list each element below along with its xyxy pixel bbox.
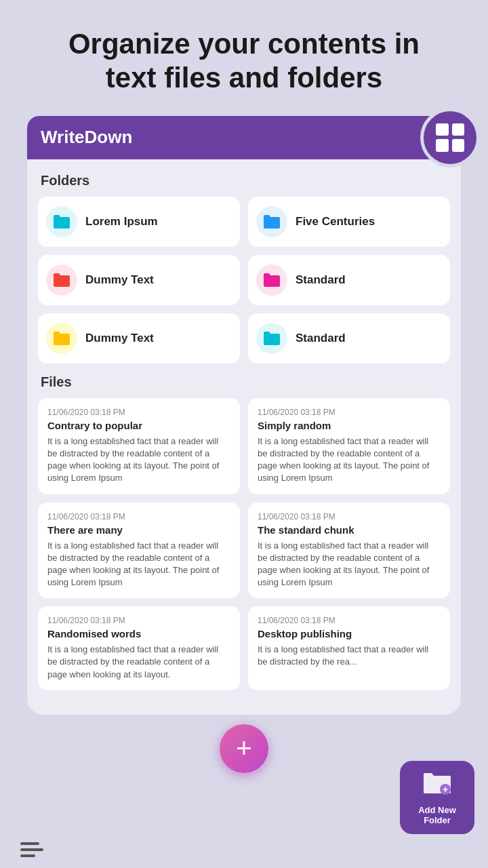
file-excerpt: It is a long established fact that a rea… [47, 540, 230, 589]
folder-item[interactable]: Lorem Ipsum [38, 197, 240, 247]
hamburger-line [20, 842, 39, 845]
folder-icon [46, 264, 77, 296]
file-title: Desktop publishing [258, 628, 441, 639]
file-timestamp: 11/06/2020 03:18 PM [258, 616, 441, 625]
file-title: Randomised words [47, 628, 230, 639]
file-timestamp: 11/06/2020 03:18 PM [258, 408, 441, 417]
file-excerpt: It is a long established fact that a rea… [47, 435, 230, 485]
hamburger-line [20, 854, 35, 857]
folder-name: Standard [296, 332, 346, 345]
app-content: Folders Lorem Ipsum Five Centuries [27, 159, 461, 701]
file-title: Contrary to popular [47, 420, 230, 431]
folder-name: Dummy Text [85, 273, 154, 287]
folder-name: Standard [296, 273, 346, 287]
folder-item[interactable]: Standard [248, 313, 450, 363]
folder-icon [256, 206, 287, 237]
file-excerpt: It is a long established fact that a rea… [258, 540, 441, 589]
grid-view-button[interactable] [420, 108, 480, 167]
svg-text:+: + [443, 784, 448, 795]
folder-icon [256, 323, 287, 354]
folder-name: Lorem Ipsum [85, 215, 158, 229]
grid-icon [436, 123, 464, 152]
bottom-navigation [0, 831, 488, 868]
file-card[interactable]: 11/06/2020 03:18 PM Simply random It is … [248, 398, 450, 494]
file-card[interactable]: 11/06/2020 03:18 PM Randomised words It … [38, 606, 240, 690]
files-grid: 11/06/2020 03:18 PM Contrary to popular … [38, 398, 450, 690]
folder-item[interactable]: Dummy Text [38, 313, 240, 363]
folder-item[interactable]: Standard [248, 255, 450, 305]
folder-name: Five Centuries [296, 215, 375, 229]
file-excerpt: It is a long established fact that a rea… [258, 644, 441, 668]
page-title: Organize your contents in text files and… [0, 0, 488, 116]
folder-icon [46, 206, 77, 237]
file-excerpt: It is a long established fact that a rea… [258, 435, 441, 485]
file-title: Simply random [258, 420, 441, 431]
file-timestamp: 11/06/2020 03:18 PM [47, 408, 230, 417]
hamburger-menu-button[interactable] [20, 842, 43, 857]
file-card[interactable]: 11/06/2020 03:18 PM The standard chunk I… [248, 502, 450, 599]
plus-icon: + [236, 734, 251, 762]
folder-item[interactable]: Five Centuries [248, 197, 450, 247]
folder-icon [256, 264, 287, 296]
folders-grid: Lorem Ipsum Five Centuries Dummy T [38, 197, 450, 363]
file-timestamp: 11/06/2020 03:18 PM [47, 616, 230, 625]
file-title: There are many [47, 524, 230, 536]
folder-icon [46, 323, 77, 354]
add-folder-icon: + [422, 770, 452, 802]
folder-item[interactable]: Dummy Text [38, 255, 240, 305]
add-file-fab[interactable]: + [220, 724, 268, 773]
app-name: WriteDown [41, 127, 425, 148]
file-timestamp: 11/06/2020 03:18 PM [258, 512, 441, 521]
app-container: WriteDown ⚲ Folders Lorem Ips [27, 116, 461, 715]
file-title: The standard chunk [258, 524, 441, 536]
file-excerpt: It is a long established fact that a rea… [47, 644, 230, 681]
file-card[interactable]: 11/06/2020 03:18 PM There are many It is… [38, 502, 240, 599]
hamburger-line [20, 848, 43, 851]
file-card[interactable]: 11/06/2020 03:18 PM Contrary to popular … [38, 398, 240, 494]
add-new-folder-button[interactable]: + Add New Folder [400, 761, 474, 834]
file-timestamp: 11/06/2020 03:18 PM [47, 512, 230, 521]
folder-name: Dummy Text [85, 332, 154, 345]
folders-section-label: Folders [38, 173, 450, 189]
app-header: WriteDown ⚲ [27, 116, 461, 159]
files-section-label: Files [38, 374, 450, 390]
file-card[interactable]: 11/06/2020 03:18 PM Desktop publishing I… [248, 606, 450, 690]
add-folder-label: Add New Folder [405, 805, 469, 826]
